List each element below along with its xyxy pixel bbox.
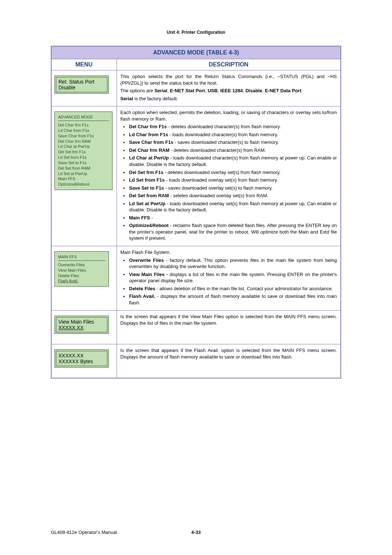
lcd-line: Main FFS	[58, 176, 109, 182]
desc-cell: Is the screen that appears if the Flash …	[117, 344, 341, 378]
desc-cell: Is the screen that appears if the View M…	[117, 311, 341, 344]
bullet-list: Overwrite Files - factory default. This …	[121, 257, 337, 306]
lcd-line: Delete Files	[58, 273, 105, 279]
list-item: Del Set frm F1s - deletes downloaded ove…	[127, 169, 337, 176]
table-row: XXXXX.XX XXXXXX Bytes Is the screen that…	[51, 344, 341, 378]
list-item: Del Set from RAM - seletes downloaded ov…	[127, 193, 337, 199]
desc-cell: This option selects the port for the Ret…	[117, 70, 341, 106]
lcd-line: Del Set from RAM	[58, 166, 109, 171]
table-row: Ret. Status Port Disable This option sel…	[51, 70, 341, 106]
lcd-line: View Main Files	[58, 268, 105, 273]
list-item: Optimize&Reboot - reclaims flash space f…	[127, 222, 337, 242]
lcd-display: XXXXX.XX XXXXXX Bytes	[54, 349, 109, 368]
col-menu-header: MENU	[51, 59, 117, 70]
desc-intro: Each option when selected, permits the d…	[121, 109, 337, 122]
list-item: Main FFS -	[127, 215, 337, 221]
lcd-line: Disable	[58, 85, 105, 90]
desc-text: Is the screen that appears if the View M…	[121, 313, 337, 326]
lcd-line: Ld Set at PwrUp	[58, 171, 109, 177]
lcd-line: Ld Char at PwrUp	[58, 144, 109, 149]
list-item: Ld Set from F1s - loads downloaded overl…	[127, 177, 337, 183]
desc-intro: Main Flash File System.	[121, 249, 337, 256]
lcd-title: MAIN FFS	[58, 254, 105, 260]
lcd-line: XXXXX.XX	[58, 353, 105, 358]
list-item: Ld Char from F1s - loads downloaded char…	[127, 131, 337, 138]
menu-cell: MAIN FFS Overwrite Files View Main Files…	[51, 246, 117, 311]
desc-cell: Main Flash File System. Overwrite Files …	[117, 246, 341, 311]
list-item: Ld Set at PwrUp - loads downloaded overl…	[127, 200, 337, 213]
list-item: Ld Char at PwrUp - loads downloaded char…	[127, 155, 337, 167]
lcd-title: ADVANCED MODE	[58, 114, 109, 120]
lcd-line: Del Set frm F1s	[58, 149, 109, 155]
list-item: Delete Files - allows deletion of files …	[127, 285, 337, 292]
list-item: Flash Avail. - displays the amount of fl…	[127, 293, 337, 306]
table-row: View Main Files XXXXX.XX Is the screen t…	[51, 311, 341, 344]
list-item: Del Char frm RAM - deletes downloaded ch…	[127, 147, 337, 154]
desc-text: This option selects the port for the Ret…	[121, 73, 337, 86]
list-item: Save Char from F1s - saves downloaded ch…	[127, 139, 337, 146]
list-item: Overwrite Files - factory default. This …	[127, 257, 337, 270]
lcd-line: View Main Files	[58, 319, 105, 325]
desc-text: The options are Serial, E-NET Stat Port,…	[121, 88, 337, 94]
lcd-line: Ld Char from F1s	[58, 128, 109, 133]
lcd-line: Overwrite Files	[58, 262, 105, 268]
lcd-line: Del Char frm RAM	[58, 139, 109, 144]
lcd-line: XXXXXX Bytes	[58, 358, 105, 364]
table-title-row: ADVANCED MODE (TABLE 4-3)	[51, 46, 341, 59]
lcd-line: Flash Avail.	[58, 278, 105, 284]
table-row: ADVANCED MODE Del Char frm F1s Ld Char f…	[51, 106, 341, 246]
list-item: Save Set to F1s - saves downloaded overl…	[127, 185, 337, 191]
lcd-line: Ret. Status Port	[58, 79, 105, 85]
lcd-line: XXXXX.XX	[58, 325, 105, 331]
desc-cell: Each option when selected, permits the d…	[117, 106, 341, 246]
lcd-line: Save Set to F1s	[58, 160, 109, 166]
lcd-line: Ld Set from F1s	[58, 155, 109, 160]
list-item: Del Char frm F1s - deletes downloaded ch…	[127, 123, 337, 130]
footer-page-number: 4-33	[0, 530, 392, 535]
lcd-display: Ret. Status Port Disable	[54, 76, 109, 94]
table-header-row: MENU DESCRIPTION	[51, 59, 341, 70]
table-title: ADVANCED MODE (TABLE 4-3)	[51, 46, 341, 59]
lcd-line: Save Char from F1s	[58, 133, 109, 139]
col-desc-header: DESCRIPTION	[117, 59, 341, 70]
advanced-mode-table: ADVANCED MODE (TABLE 4-3) MENU DESCRIPTI…	[51, 46, 341, 378]
desc-text: Is the screen that appears if the Flash …	[121, 347, 337, 360]
menu-cell: Ret. Status Port Disable	[51, 70, 117, 106]
page-header: Unit 4: Printer Configuration	[0, 0, 392, 46]
list-item: View Main Files - displays a list of fil…	[127, 271, 337, 284]
menu-cell: XXXXX.XX XXXXXX Bytes	[51, 344, 117, 378]
menu-cell: ADVANCED MODE Del Char frm F1s Ld Char f…	[51, 106, 117, 246]
table-row: MAIN FFS Overwrite Files View Main Files…	[51, 246, 341, 311]
lcd-display: MAIN FFS Overwrite Files View Main Files…	[54, 251, 109, 287]
lcd-display: View Main Files XXXXX.XX	[54, 316, 109, 334]
bullet-list: Del Char frm F1s - deletes downloaded ch…	[121, 123, 337, 242]
lcd-display: ADVANCED MODE Del Char frm F1s Ld Char f…	[54, 112, 113, 190]
lcd-line: Del Char frm F1s	[58, 122, 109, 128]
lcd-line: Optimize&Reboot	[58, 182, 109, 187]
desc-text: Serial is the factory default.	[121, 96, 337, 102]
menu-cell: View Main Files XXXXX.XX	[51, 311, 117, 344]
